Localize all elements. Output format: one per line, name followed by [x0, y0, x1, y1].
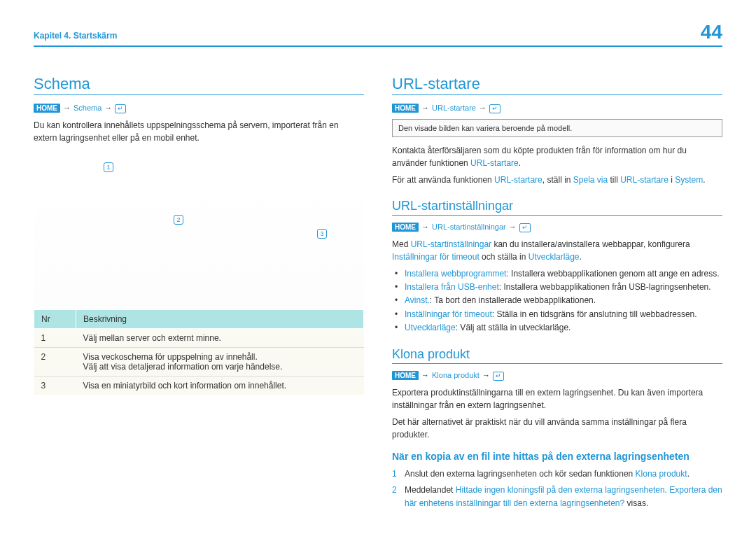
table-row: 2 Visa veckoschema för uppspelning av in… [34, 348, 364, 377]
row-desc: Visa en miniatyrbild och kort informatio… [76, 377, 364, 395]
clone-intro-1: Exportera produktinställningarna till en… [392, 386, 722, 412]
url-launcher-breadcrumb: HOME→URL-startare→↵ [392, 104, 722, 113]
clone-breadcrumb: HOME→Klona produkt→↵ [392, 371, 722, 381]
url-usage-text: För att använda funktionen URL-startare,… [392, 174, 722, 186]
bc-url-settings: URL-startinställningar [432, 223, 506, 231]
url-settings-intro: Med URL-startinställningar kan du instal… [392, 238, 722, 263]
schema-breadcrumb: HOME→Schema→↵ [34, 104, 364, 113]
clone-product-heading: Klona produkt [392, 347, 722, 364]
page-number: 44 [701, 21, 722, 43]
list-item: Meddelandet Hittade ingen kloningsfil på… [392, 484, 722, 510]
enter-icon: ↵ [489, 104, 500, 113]
list-item: Avinst.: Ta bort den installerade webbap… [402, 294, 722, 307]
schema-heading: Schema [34, 75, 364, 95]
schema-diagram: 1 2 3 [34, 148, 364, 309]
row-num: 1 [34, 329, 76, 348]
diagram-marker-1: 1 [104, 162, 113, 172]
row-num: 2 [34, 348, 76, 377]
schema-table: Nr Beskrivning 1 Välj mellan server och … [34, 309, 364, 395]
th-nr: Nr [34, 310, 76, 329]
url-launcher-heading: URL-startare [392, 75, 722, 95]
list-item: Inställningar för timeout: Ställa in en … [402, 308, 722, 321]
right-column: URL-startare HOME→URL-startare→↵ Den vis… [392, 68, 722, 514]
row-desc: Välj mellan server och externt minne. [76, 329, 364, 348]
list-item: Installera webbprogrammet: Installera we… [402, 267, 722, 281]
th-desc: Beskrivning [76, 310, 364, 329]
home-badge: HOME [392, 223, 419, 232]
enter-icon: ↵ [519, 223, 531, 232]
url-contact-text: Kontakta återförsäljaren som du köpte pr… [392, 144, 722, 169]
chapter-label: Kapitel 4. Startskärm [34, 31, 117, 41]
url-settings-heading: URL-startinställningar [392, 199, 722, 216]
url-settings-list: Installera webbprogrammet: Installera we… [392, 267, 722, 335]
enter-icon: ↵ [493, 372, 504, 381]
page-header: Kapitel 4. Startskärm 44 [34, 21, 722, 47]
row-desc: Visa veckoschema för uppspelning av inne… [76, 348, 364, 377]
table-row: 1 Välj mellan server och externt minne. [34, 329, 364, 348]
diagram-marker-3: 3 [317, 229, 327, 239]
row-num: 3 [34, 377, 76, 395]
list-item: Installera från USB-enhet: Installera we… [402, 281, 722, 294]
list-item: Anslut den externa lagringsenheten och k… [392, 468, 722, 481]
bc-url-launcher: URL-startare [432, 104, 476, 112]
home-badge: HOME [392, 104, 419, 113]
bc-schema: Schema [74, 104, 102, 112]
enter-icon: ↵ [115, 104, 126, 113]
no-file-heading: När en kopia av en fil inte hittas på de… [392, 451, 722, 462]
home-badge: HOME [34, 104, 60, 113]
table-row: 3 Visa en miniatyrbild och kort informat… [34, 377, 364, 395]
url-settings-breadcrumb: HOME→URL-startinställningar→↵ [392, 223, 722, 232]
schema-intro: Du kan kontrollera innehållets uppspelni… [34, 119, 364, 144]
home-badge: HOME [392, 371, 419, 380]
list-item: Utvecklarläge: Välj att ställa in utveck… [402, 321, 722, 335]
model-note: Den visade bilden kan variera beroende p… [392, 119, 722, 137]
left-column: Schema HOME→Schema→↵ Du kan kontrollera … [34, 68, 364, 514]
clone-intro-2: Det här alternativet är praktiskt när du… [392, 416, 722, 441]
no-file-steps: Anslut den externa lagringsenheten och k… [392, 468, 722, 511]
diagram-marker-2: 2 [174, 215, 183, 225]
bc-clone: Klona produkt [432, 371, 479, 379]
